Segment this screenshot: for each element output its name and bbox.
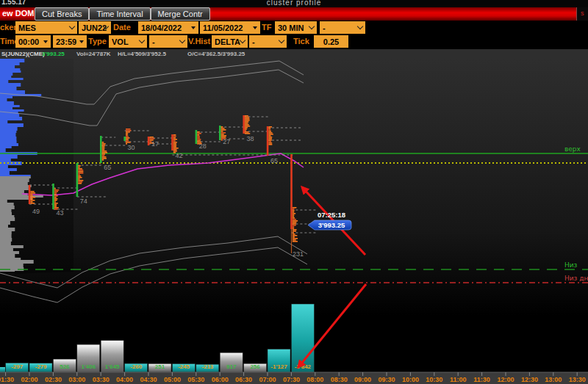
last-price-text: 3'993.25 [42,51,65,57]
tab-right-partial-text: s [581,10,584,17]
date-to-select[interactable]: 11/05/2022 [200,21,260,34]
delta-bar-label: -245 [178,363,190,370]
volume-text: Vol=24'787K [76,51,110,57]
timeframe-select[interactable]: 30 MIN [275,21,317,34]
tab-cut-breaks[interactable]: Cut Breaks [35,7,89,21]
triangle-down-icon [191,26,196,29]
tab-bar: ew DOM Cut Breaks Time Interval Merge Co… [0,7,588,21]
cluster-mark [245,117,249,118]
cluster-mark [102,153,105,155]
cluster-mark [293,223,296,225]
tab-merge-contr[interactable]: Merge Contr [151,7,210,21]
cluster-mark [268,132,272,134]
tab-bar-right-fragment: s [576,7,588,21]
cluster-mark [293,233,295,235]
cluster-mark [293,211,294,213]
cluster-mark [245,133,250,134]
cluster-profile-window: 1.55.17 cluster profile ew DOM Cut Break… [0,0,588,384]
cluster-mark [197,133,201,134]
triangle-down-icon [43,40,48,43]
cluster-mark [30,191,34,192]
cluster-mark [293,228,294,229]
cluster-mark [173,143,176,145]
cluster-mark [221,129,226,131]
candle-body [148,137,150,145]
cluster-mark [126,142,131,143]
cluster-mark [149,138,154,140]
candle-body [123,137,126,141]
tab-buttons: Cut Breaks Time Interval Merge Contr [35,7,210,21]
cluster-mark [197,136,200,137]
time-label: 09:30 [378,376,395,383]
cluster-mark [78,171,83,173]
time-label: 06:00 [212,376,229,383]
cluster-mark [78,165,81,167]
cluster-mark [221,134,224,135]
cluster-mark [30,201,32,203]
time-label: 07:30 [283,376,300,383]
window-title: cluster profile [267,0,321,7]
delta-bar-partial [0,367,5,372]
cluster-mark [173,136,176,137]
cluster-mark [78,175,81,177]
time-label: 10:00 [402,376,419,383]
time-label: 09:00 [354,376,371,383]
cluster-mark [30,203,35,204]
cluster-mark [102,148,105,149]
tick-size-input[interactable]: 0.25 [314,35,348,48]
cluster-mark [197,140,201,142]
cluster-mark [126,134,128,136]
cluster-mark [54,195,58,197]
ticker-select[interactable]: MES [15,21,77,34]
contract-select[interactable]: JUN22 [79,21,111,34]
high-low-text: H/L=4'509/3'952.5 [118,51,166,57]
delta-bar-label: 256 [250,363,260,370]
tf-extra-select[interactable]: - [320,21,365,34]
chart-header: S(JUN22)(CME) 3'993.25 Vol=24'787K H/L=4… [0,49,588,59]
cluster-mark [54,188,56,189]
cluster-mark [54,204,57,206]
cluster-mark [245,126,250,127]
type-select[interactable]: VOL [109,35,147,48]
cluster-mark [54,198,58,200]
date-from-select[interactable]: 18/04/2022 [138,21,198,34]
candle-body [76,163,79,197]
time-to-select[interactable]: 23:59 [53,35,87,48]
cluster-mark [30,195,33,197]
vhist-select[interactable]: DELTA [212,35,248,48]
cluster-mark [245,127,248,128]
candle-body [219,126,221,140]
cluster-mark [54,203,58,204]
cluster-mark [268,129,270,131]
candle-body [52,184,54,209]
cluster-mark [293,225,296,226]
time-from-select[interactable]: 00:00 [15,35,51,48]
time-label: 03:00 [68,376,85,383]
chart-canvas[interactable]: верхНизНиз дн4943746530174228273865231-2… [0,59,588,384]
cluster-mark [245,130,246,131]
cluster-mark [78,177,82,178]
cluster-mark [102,159,104,161]
cluster-mark [293,238,298,239]
tab-new-dom[interactable]: ew DOM [2,9,34,18]
cluster-mark [54,191,58,192]
cluster-mark [102,149,105,151]
cluster-mark [245,131,249,133]
cluster-mark [197,137,200,139]
symbol-text: S(JUN22)(CME) [1,51,45,57]
cluster-mark [126,128,131,130]
cluster-mark [54,194,57,195]
vhist2-select[interactable]: - [249,35,287,48]
cluster-mark [245,123,248,124]
tab-time-interval[interactable]: Time Interval [89,7,150,21]
level-label: верх [564,145,581,153]
cluster-mark [54,206,57,207]
time-label: 12:00 [497,376,514,383]
cluster-mark [197,139,201,140]
cluster-mark [268,126,272,128]
cluster-mark [293,207,297,209]
cluster-mark [30,200,35,201]
type2-select[interactable]: - [149,35,187,48]
cluster-mark [54,200,57,201]
cluster-mark [293,229,297,231]
